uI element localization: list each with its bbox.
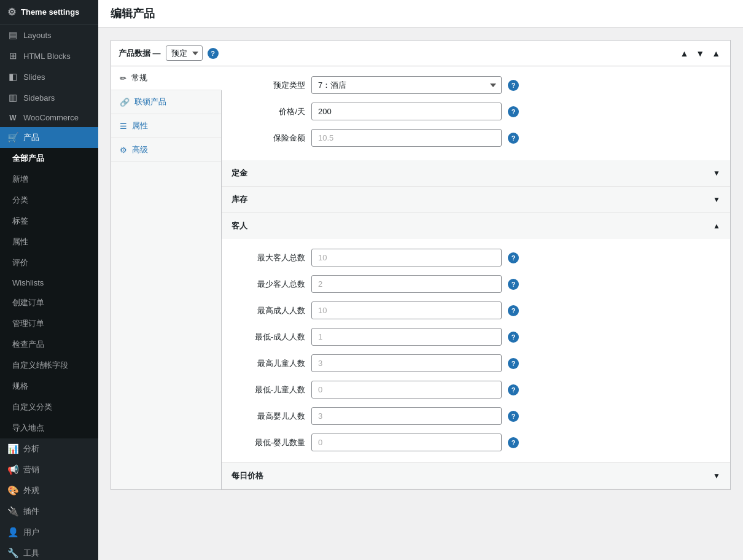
min-infants-input[interactable] bbox=[311, 434, 502, 451]
sidebar-item-plugins[interactable]: 🔌 插件 bbox=[0, 501, 98, 522]
appearance-icon: 🎨 bbox=[7, 485, 18, 496]
guests-section-header[interactable]: 客人 ▲ bbox=[222, 213, 730, 239]
min-adults-help[interactable]: ? bbox=[508, 332, 519, 343]
sidebar-item-tools[interactable]: 🔧 工具 bbox=[0, 543, 98, 560]
min-guests-input[interactable] bbox=[311, 275, 502, 293]
max-guests-input[interactable] bbox=[311, 249, 502, 266]
theme-settings-icon: ⚙ bbox=[7, 6, 16, 18]
sidebar-item-label: 产品 bbox=[23, 132, 39, 143]
booking-type-select[interactable]: 预定 bbox=[166, 45, 203, 61]
page-header: 编辑产品 bbox=[98, 0, 743, 28]
max-children-input[interactable] bbox=[311, 354, 502, 372]
appearance-label: 外观 bbox=[23, 485, 39, 496]
field-row-max-guests: 最大客人总数 ? bbox=[231, 249, 720, 266]
sidebar-item-tags[interactable]: 标签 bbox=[0, 211, 98, 231]
arrow-close-button[interactable]: ▲ bbox=[709, 47, 723, 60]
sidebar-item-html-blocks[interactable]: ⊞ HTML Blocks bbox=[0, 45, 98, 66]
sidebar-item-check-products[interactable]: 检查产品 bbox=[0, 334, 98, 355]
panel-title: 产品数据 — bbox=[119, 48, 161, 59]
product-data-panel: 产品数据 — 预定 ? ▲ ▼ ▲ ✏ 常规 bbox=[111, 40, 731, 490]
deposit-section-header[interactable]: 定金 ▼ bbox=[222, 160, 730, 186]
sidebar-item-rules[interactable]: 规格 bbox=[0, 376, 98, 397]
min-children-input[interactable] bbox=[311, 381, 502, 399]
min-infants-help[interactable]: ? bbox=[508, 437, 519, 448]
sidebar-item-import-locations[interactable]: 导入地点 bbox=[0, 418, 98, 438]
attributes-tab-label: 属性 bbox=[132, 120, 148, 131]
arrow-up-button[interactable]: ▲ bbox=[677, 47, 691, 60]
max-infants-help[interactable]: ? bbox=[508, 411, 519, 422]
sidebar-item-label: Sidebars bbox=[23, 93, 55, 103]
sidebar-item-custom-checkout[interactable]: 自定义结帐字段 bbox=[0, 355, 98, 376]
price-day-label: 价格/天 bbox=[231, 106, 305, 117]
min-children-help[interactable]: ? bbox=[508, 384, 519, 395]
sidebar-item-sidebars[interactable]: ▥ Sidebars bbox=[0, 87, 98, 108]
html-blocks-icon: ⊞ bbox=[7, 50, 18, 61]
arrow-down-button[interactable]: ▼ bbox=[693, 47, 707, 60]
min-adults-input-wrap bbox=[311, 328, 502, 346]
max-guests-help[interactable]: ? bbox=[508, 252, 519, 263]
field-row-insurance: 保险金额 ? bbox=[231, 129, 720, 147]
guests-section-body: 最大客人总数 ? 最少客人总数 bbox=[222, 239, 730, 462]
max-adults-input-wrap bbox=[311, 301, 502, 319]
linked-products-tab-label: 联锁产品 bbox=[134, 96, 166, 107]
sidebars-icon: ▥ bbox=[7, 92, 18, 103]
inventory-section-title: 库存 bbox=[231, 194, 247, 205]
tab-general[interactable]: ✏ 常规 bbox=[111, 66, 222, 90]
booking-type-input: 7：酒店 bbox=[311, 76, 502, 94]
sidebar-item-layouts[interactable]: ▤ Layouts bbox=[0, 25, 98, 45]
min-adults-input[interactable] bbox=[311, 328, 502, 346]
daily-price-section-header[interactable]: 每日价格 ▼ bbox=[222, 463, 730, 489]
users-icon: 👤 bbox=[7, 527, 18, 538]
general-tab-label: 常规 bbox=[131, 72, 147, 84]
sidebar-item-marketing[interactable]: 📢 营销 bbox=[0, 459, 98, 480]
insurance-label: 保险金额 bbox=[231, 133, 305, 144]
sidebar-item-categories[interactable]: 分类 bbox=[0, 190, 98, 211]
sidebar-item-attributes[interactable]: 属性 bbox=[0, 231, 98, 252]
sidebar-item-users[interactable]: 👤 用户 bbox=[0, 522, 98, 543]
sidebar-item-products[interactable]: 🛒 产品 bbox=[0, 127, 98, 148]
max-adults-input[interactable] bbox=[311, 301, 502, 319]
sidebar-item-woocommerce[interactable]: W WooCommerce bbox=[0, 108, 98, 127]
plugins-icon: 🔌 bbox=[7, 506, 18, 517]
page-title: 编辑产品 bbox=[111, 6, 731, 21]
tab-advanced[interactable]: ⚙ 高级 bbox=[111, 138, 221, 162]
booking-type-dropdown[interactable]: 7：酒店 bbox=[311, 76, 502, 94]
tab-attributes[interactable]: ☰ 属性 bbox=[111, 114, 221, 138]
max-children-help[interactable]: ? bbox=[508, 358, 519, 369]
min-children-input-wrap bbox=[311, 381, 502, 399]
analytics-icon: 📊 bbox=[7, 443, 18, 454]
inventory-section: 库存 ▼ bbox=[222, 187, 730, 213]
max-adults-help[interactable]: ? bbox=[508, 305, 519, 316]
sidebar-item-analytics[interactable]: 📊 分析 bbox=[0, 438, 98, 459]
booking-type-help[interactable]: ? bbox=[508, 80, 519, 91]
content-area: 产品数据 — 预定 ? ▲ ▼ ▲ ✏ 常规 bbox=[98, 28, 743, 560]
daily-price-section-title: 每日价格 bbox=[231, 470, 263, 481]
panel-content: 预定类型 7：酒店 ? 价格/天 bbox=[222, 66, 730, 489]
sidebar-item-wishlists[interactable]: Wishlists bbox=[0, 273, 98, 292]
sidebar-item-all-products[interactable]: 全部产品 bbox=[0, 148, 98, 169]
general-section-body: 预定类型 7：酒店 ? 价格/天 bbox=[222, 66, 730, 160]
sidebar-item-manage-orders[interactable]: 管理订单 bbox=[0, 313, 98, 334]
min-guests-help[interactable]: ? bbox=[508, 279, 519, 290]
field-row-max-infants: 最高婴儿人数 ? bbox=[231, 407, 720, 425]
plugins-label: 插件 bbox=[23, 506, 39, 517]
sidebar-item-custom-categories[interactable]: 自定义分类 bbox=[0, 397, 98, 418]
panel-help-icon[interactable]: ? bbox=[208, 48, 219, 59]
advanced-tab-icon: ⚙ bbox=[120, 146, 127, 155]
sidebar-item-create-order[interactable]: 创建订单 bbox=[0, 292, 98, 313]
sidebar-item-appearance[interactable]: 🎨 外观 bbox=[0, 480, 98, 501]
sidebar-item-reviews[interactable]: 评价 bbox=[0, 252, 98, 273]
max-guests-label: 最大客人总数 bbox=[231, 252, 305, 263]
deposit-section-title: 定金 bbox=[231, 168, 247, 179]
tab-linked-products[interactable]: 🔗 联锁产品 bbox=[111, 90, 221, 114]
price-day-input[interactable] bbox=[311, 103, 502, 120]
inventory-section-header[interactable]: 库存 ▼ bbox=[222, 187, 730, 212]
price-day-help[interactable]: ? bbox=[508, 106, 519, 117]
insurance-help[interactable]: ? bbox=[508, 133, 519, 144]
min-children-label: 最低-儿童人数 bbox=[231, 384, 305, 395]
min-adults-label: 最低-成人人数 bbox=[231, 332, 305, 343]
insurance-input[interactable] bbox=[311, 129, 502, 147]
max-infants-input[interactable] bbox=[311, 407, 502, 425]
sidebar-item-slides[interactable]: ◧ Slides bbox=[0, 66, 98, 87]
sidebar-item-new[interactable]: 新增 bbox=[0, 169, 98, 190]
